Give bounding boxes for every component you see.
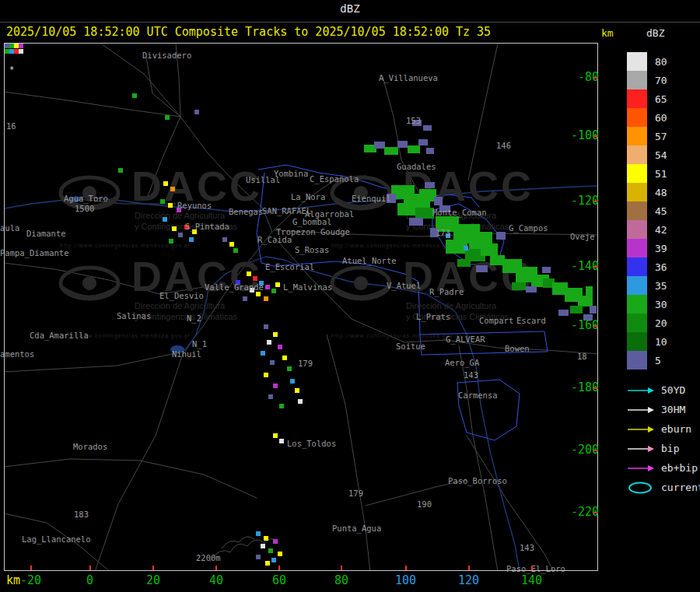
colorbar-swatch [627, 351, 647, 370]
axis-tick-bottom [341, 566, 342, 570]
legend-label: eburn [661, 424, 691, 434]
colorbar-value: 57 [655, 131, 667, 142]
axis-tick-bottom [30, 566, 32, 570]
colorbar-value: 10 [655, 337, 667, 347]
radar-map-viewport[interactable] [4, 43, 598, 571]
axis-tick-right [593, 325, 598, 327]
track-arrow-icon [627, 423, 655, 436]
colorbar-swatch [627, 295, 647, 314]
colorbar-row: 5 [627, 351, 667, 370]
colorbar-row: 20 [627, 314, 667, 332]
axis-tick-bottom [468, 566, 470, 570]
colorbar-row: 35 [627, 276, 667, 295]
axis-label-bottom: 100 [395, 575, 416, 587]
axis-label-bottom: 120 [458, 575, 479, 587]
colorbar-swatch [627, 89, 647, 108]
radar-window: dBZ 2025/10/05 18:52:00 UTC Composite Tr… [0, 0, 700, 592]
colorbar-value: 5 [655, 356, 661, 366]
legend-row: eb+bip [627, 458, 700, 478]
colorbar-value: 45 [655, 206, 667, 216]
track-arrow-icon [627, 404, 655, 416]
colorbar-row: 60 [627, 108, 667, 127]
axis-label-bottom: 80 [334, 575, 348, 587]
legend-row: current [627, 478, 700, 497]
colorbar-row: 30 [627, 295, 667, 314]
colorbar-value: 35 [655, 281, 667, 291]
axis-tick-right [593, 387, 598, 389]
colorbar-row: 80 [627, 52, 667, 71]
axis-tick-bottom [89, 566, 91, 570]
legend-label: 50YD [661, 385, 685, 395]
colorbar-value: 80 [655, 57, 667, 67]
colorbar-value: 54 [655, 150, 667, 160]
legend-label: bip [661, 443, 679, 454]
axis-tick-bottom [278, 566, 280, 570]
colorbar-row: 65 [627, 89, 667, 108]
corner-swatch [19, 49, 23, 54]
colorbar-swatch [627, 127, 647, 145]
axis-tick-right [593, 77, 598, 79]
axis-label-bottom: 20 [146, 575, 160, 587]
colorbar-value: 51 [655, 169, 667, 179]
colorbar-value: 48 [655, 187, 667, 198]
colorbar-swatch [627, 164, 647, 183]
axis-tick-right [593, 512, 598, 513]
legend-label: 30HM [661, 405, 685, 415]
axis-label-bottom: 0 [86, 575, 93, 587]
colorbar-row: 42 [627, 220, 667, 239]
colorbar-row: 54 [627, 145, 667, 164]
axis-label-bottom: 140 [521, 575, 542, 587]
colorbar-row: 36 [627, 257, 667, 276]
colorbar-row: 57 [627, 127, 667, 145]
colorbar-value: 36 [655, 262, 667, 272]
colorbar-swatch [627, 220, 647, 239]
track-legend: 50YD30HMeburnbipeb+bipcurrent [627, 380, 700, 497]
current-ellipse-icon [627, 482, 655, 494]
colorbar-swatch [627, 108, 647, 127]
axis-tick-right [593, 135, 598, 137]
axis-tick-bottom [405, 566, 407, 570]
axis-tick-bottom [152, 566, 154, 570]
colorbar-row: 45 [627, 201, 667, 220]
legend-row: bip [627, 439, 700, 458]
track-arrow-icon [627, 462, 655, 475]
track-arrow-icon [627, 443, 655, 455]
colorbar-value: 60 [655, 113, 667, 123]
colorbar-swatch [627, 201, 647, 220]
colorbar-swatch [627, 239, 647, 257]
colorbar: 807065605754514845423936353020105 [627, 52, 667, 370]
colorbar-swatch [627, 257, 647, 276]
axis-label-bottom: 40 [209, 575, 223, 587]
colorbar-swatch [627, 332, 647, 351]
corner-swatch [19, 44, 23, 48]
colorbar-value: 39 [655, 243, 667, 254]
axis-tick-bottom [531, 566, 533, 570]
colorbar-swatch [627, 183, 647, 201]
axis-label-bottom: -20 [20, 575, 41, 587]
colorbar-swatch [627, 276, 647, 295]
legend-label: eb+bip [661, 463, 698, 473]
colorbar-value: 20 [655, 318, 667, 328]
colorbar-row: 70 [627, 71, 667, 89]
colorbar-row: 10 [627, 332, 667, 351]
colorbar-value: 30 [655, 300, 667, 310]
legend-row: 30HM [627, 400, 700, 419]
legend-row: 50YD [627, 380, 700, 400]
colorbar-swatch [627, 145, 647, 164]
axis-tick-bottom [215, 566, 217, 570]
axis-label-bottom: 60 [272, 575, 286, 587]
legend-row: eburn [627, 419, 700, 439]
colorbar-swatch [627, 71, 647, 89]
axis-tick-right [593, 450, 598, 451]
colorbar-swatch [627, 314, 647, 332]
colorbar-value: 70 [655, 75, 667, 86]
track-arrow-icon [627, 384, 655, 397]
colorbar-swatch [627, 52, 647, 71]
axis-tick-right [593, 266, 598, 268]
colorbar-row: 39 [627, 239, 667, 257]
legend-label: current [661, 482, 700, 492]
colorbar-row: 48 [627, 183, 667, 201]
colorbar-row: 51 [627, 164, 667, 183]
axis-label-bottom: km [6, 575, 20, 587]
axis-tick-right [593, 201, 598, 202]
